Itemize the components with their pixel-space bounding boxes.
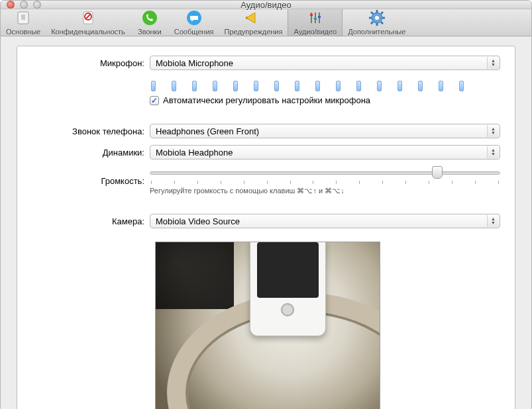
toolbar: Основные Конфиденциальность Звонки Сообщ… [1, 9, 531, 36]
phone-icon [141, 9, 158, 26]
svg-point-15 [375, 16, 379, 20]
svg-line-21 [381, 22, 383, 24]
toolbar-label: Основные [6, 28, 40, 36]
mic-level-meter [150, 77, 500, 93]
svg-line-22 [371, 22, 373, 24]
traffic-lights [7, 1, 41, 9]
chevron-updown-icon: ▲▼ [487, 146, 499, 158]
microphone-select[interactable]: Mobiola Microphone ▲▼ [150, 56, 500, 70]
content-area: Микрофон: Mobiola Microphone ▲▼ [1, 36, 531, 409]
toolbar-general[interactable]: Основные [1, 9, 46, 36]
preferences-window: Аудио/видео Основные Конфиденциальность … [0, 0, 532, 409]
volume-slider[interactable] [150, 166, 500, 179]
toolbar-advanced[interactable]: Дополнительные [343, 9, 411, 36]
settings-panel: Микрофон: Mobiola Microphone ▲▼ [17, 46, 515, 409]
titlebar: Аудио/видео [1, 1, 531, 9]
svg-rect-7 [246, 17, 248, 19]
chevron-updown-icon: ▲▼ [487, 125, 499, 137]
toolbar-label: Дополнительные [348, 28, 405, 36]
window-title: Аудио/видео [1, 0, 531, 10]
slider-ticks [150, 181, 500, 184]
close-button[interactable] [7, 1, 15, 9]
toolbar-calls[interactable]: Звонки [131, 9, 169, 36]
toolbar-label: Конфиденциальность [51, 28, 125, 36]
toolbar-privacy[interactable]: Конфиденциальность [46, 9, 131, 36]
toolbar-alerts[interactable]: Предупреждения [219, 9, 288, 36]
volume-label: Громкость: [32, 176, 150, 186]
sliders-icon [307, 9, 324, 26]
microphone-label: Микрофон: [32, 58, 150, 68]
speakers-label: Динамики: [32, 148, 150, 158]
ringer-select[interactable]: Headphones (Green Front) ▲▼ [150, 124, 500, 138]
svg-point-5 [142, 11, 157, 25]
svg-rect-12 [314, 18, 317, 20]
volume-slider-knob[interactable] [432, 166, 443, 179]
chevron-updown-icon: ▲▼ [487, 57, 499, 69]
toolbar-audio-video[interactable]: Аудио/видео [288, 9, 343, 36]
speakers-select[interactable]: Mobiola Headphone ▲▼ [150, 145, 500, 159]
toolbar-label: Аудио/видео [293, 28, 337, 36]
ringer-label: Звонок телефона: [32, 126, 150, 136]
toolbar-messages[interactable]: Сообщения [169, 9, 219, 36]
svg-line-20 [371, 12, 373, 14]
auto-mic-checkbox[interactable] [150, 96, 159, 105]
camera-value: Mobiola Video Source [156, 216, 240, 226]
auto-mic-label: Автоматически регулировать настройки мик… [163, 95, 370, 105]
chat-icon [186, 9, 203, 26]
camera-select[interactable]: Mobiola Video Source ▲▼ [150, 214, 500, 228]
general-icon [15, 9, 32, 26]
svg-rect-13 [318, 16, 321, 18]
chevron-updown-icon: ▲▼ [487, 215, 499, 227]
speakers-value: Mobiola Headphone [156, 148, 233, 158]
zoom-button[interactable] [33, 1, 41, 9]
svg-line-23 [381, 12, 383, 14]
camera-preview [155, 242, 380, 409]
toolbar-label: Звонки [138, 28, 162, 36]
gear-icon [368, 9, 386, 26]
svg-rect-1 [21, 15, 25, 20]
microphone-value: Mobiola Microphone [156, 58, 233, 68]
minimize-button[interactable] [20, 1, 28, 9]
privacy-icon [80, 9, 97, 26]
ringer-value: Headphones (Green Front) [156, 126, 259, 136]
toolbar-label: Предупреждения [225, 28, 283, 36]
megaphone-icon [244, 9, 262, 26]
toolbar-label: Сообщения [174, 28, 214, 36]
volume-hint: Регулируйте громкость с помощью клавиш ⌘… [150, 187, 500, 195]
camera-label: Камера: [32, 216, 150, 226]
svg-rect-11 [310, 14, 313, 16]
